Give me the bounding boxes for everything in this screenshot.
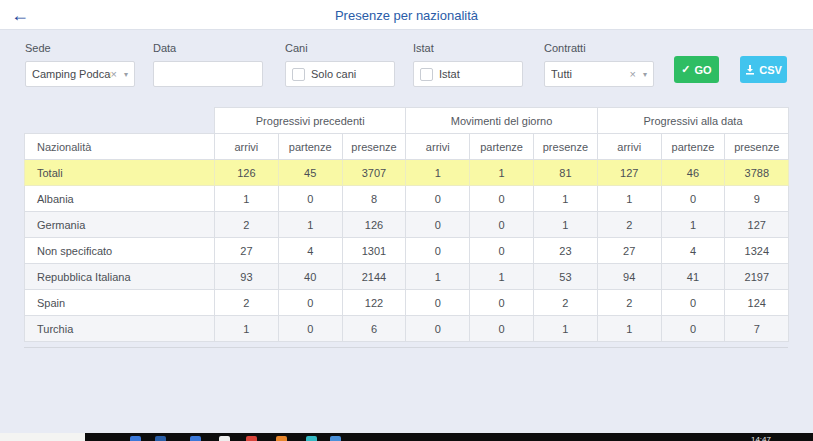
cell-value: 40 (278, 264, 342, 290)
cell-value: 1 (215, 186, 279, 212)
sede-label: Sede (25, 42, 135, 54)
checkbox-icon (420, 68, 433, 81)
contratti-selected-value: Tutti (551, 68, 630, 80)
istat-label: Istat (413, 42, 523, 54)
cell-value: 2 (597, 290, 661, 316)
clear-icon[interactable]: × (111, 68, 117, 80)
row-label: Totali (25, 160, 215, 186)
cell-value: 0 (661, 290, 725, 316)
chevron-down-icon[interactable]: ▾ (643, 70, 647, 79)
taskbar-app-icon-7[interactable] (306, 436, 317, 441)
istat-checkbox-label: Istat (439, 68, 460, 80)
column-header-arrivi: arrivi (215, 134, 279, 160)
top-bar: ← Presenze per nazionalità (0, 0, 813, 30)
cell-value: 45 (278, 160, 342, 186)
contratti-select[interactable]: Tutti × ▾ (544, 61, 654, 87)
checkbox-icon (292, 68, 305, 81)
cell-value: 1 (597, 186, 661, 212)
cell-value: 0 (406, 238, 470, 264)
column-header-presenze: presenze (725, 134, 789, 160)
cell-value: 0 (278, 186, 342, 212)
sede-selected-value: Camping Podcamp (32, 68, 111, 80)
solo-cani-checkbox-label: Solo cani (311, 68, 356, 80)
cell-value: 1 (278, 212, 342, 238)
column-header-nazionalita: Nazionalità (25, 134, 215, 160)
group-header-progressivi-alla-data: Progressivi alla data (597, 108, 788, 134)
contratti-field: Contratti Tutti × ▾ (544, 42, 654, 87)
os-taskbar[interactable]: 14:47 (0, 433, 813, 441)
cell-value: 1 (215, 316, 279, 342)
taskbar-left-window-edge (0, 433, 85, 441)
cell-value: 1 (661, 212, 725, 238)
cell-value: 9 (725, 186, 789, 212)
row-label: Repubblica Italiana (25, 264, 215, 290)
cell-value: 0 (470, 290, 534, 316)
column-header-partenze: partenze (470, 134, 534, 160)
taskbar-app-icon-3[interactable] (190, 436, 201, 441)
column-header-partenze: partenze (278, 134, 342, 160)
taskbar-app-icon-1[interactable] (130, 436, 141, 441)
totals-row: Totali1264537071181127463788 (25, 160, 789, 186)
cell-value: 93 (215, 264, 279, 290)
go-button[interactable]: ✓ GO (674, 56, 719, 83)
taskbar-app-icon-2[interactable] (155, 436, 166, 441)
cell-value: 1 (470, 264, 534, 290)
cell-value: 94 (597, 264, 661, 290)
row-label: Non specificato (25, 238, 215, 264)
cell-value: 1301 (342, 238, 406, 264)
cell-value: 0 (470, 212, 534, 238)
cell-value: 2 (215, 290, 279, 316)
cani-label: Cani (285, 42, 395, 54)
solo-cani-checkbox[interactable]: Solo cani (285, 61, 395, 87)
taskbar-app-icon-4[interactable] (219, 436, 230, 441)
cell-value: 0 (661, 316, 725, 342)
divider (24, 347, 788, 348)
cell-value: 0 (278, 316, 342, 342)
taskbar-app-icon-5[interactable] (246, 436, 257, 441)
cell-value: 1 (533, 186, 597, 212)
cell-value: 2 (597, 212, 661, 238)
table-row: Germania2112600121127 (25, 212, 789, 238)
clear-icon[interactable]: × (630, 68, 636, 80)
cell-value: 3707 (342, 160, 406, 186)
row-label: Spain (25, 290, 215, 316)
sede-select[interactable]: Camping Podcamp × ▾ (25, 61, 135, 87)
cell-value: 126 (342, 212, 406, 238)
group-header-movimenti-del-giorno: Movimenti del giorno (406, 108, 597, 134)
row-label: Turchia (25, 316, 215, 342)
row-label: Albania (25, 186, 215, 212)
cell-value: 6 (342, 316, 406, 342)
cell-value: 0 (470, 186, 534, 212)
data-field: Data (153, 42, 263, 87)
cell-value: 41 (661, 264, 725, 290)
cell-value: 23 (533, 238, 597, 264)
cell-value: 7 (725, 316, 789, 342)
cell-value: 0 (406, 186, 470, 212)
table-row: Non specificato274130100232741324 (25, 238, 789, 264)
istat-field: Istat Istat (413, 42, 523, 87)
contratti-label: Contratti (544, 42, 654, 54)
column-header-arrivi: arrivi (406, 134, 470, 160)
cell-value: 126 (215, 160, 279, 186)
cell-value: 8 (342, 186, 406, 212)
cell-value: 0 (470, 316, 534, 342)
cell-value: 1 (533, 212, 597, 238)
csv-download-button[interactable]: CSV (740, 56, 787, 83)
cell-value: 0 (661, 186, 725, 212)
data-input[interactable] (153, 61, 263, 87)
chevron-down-icon[interactable]: ▾ (124, 70, 128, 79)
cell-value: 27 (597, 238, 661, 264)
cell-value: 1 (406, 160, 470, 186)
cell-value: 46 (661, 160, 725, 186)
cell-value: 3788 (725, 160, 789, 186)
cell-value: 0 (470, 238, 534, 264)
taskbar-app-icon-6[interactable] (276, 436, 287, 441)
cell-value: 2 (533, 290, 597, 316)
cell-value: 124 (725, 290, 789, 316)
cell-value: 0 (278, 290, 342, 316)
istat-checkbox[interactable]: Istat (413, 61, 523, 87)
csv-button-label: CSV (759, 64, 782, 76)
cell-value: 0 (406, 290, 470, 316)
taskbar-app-icon-8[interactable] (330, 436, 341, 441)
go-button-label: GO (695, 64, 712, 76)
